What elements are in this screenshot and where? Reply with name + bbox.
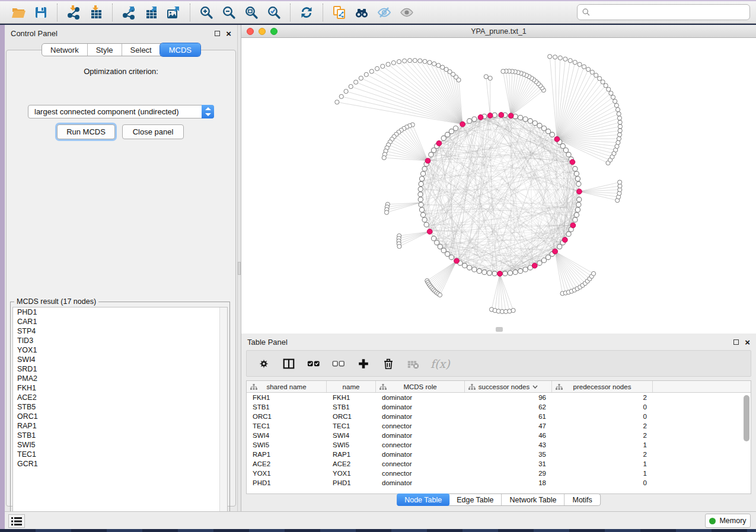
zoom-selected-button[interactable]: [265, 4, 283, 21]
mcds-result-item[interactable]: ACE2: [13, 393, 227, 402]
export-image-button[interactable]: [165, 4, 183, 21]
mcds-result-item[interactable]: ORC1: [13, 412, 227, 421]
float-table-panel-icon[interactable]: [733, 339, 739, 345]
network-view-window: YPA_prune.txt_1: [241, 25, 756, 334]
tab-network[interactable]: Network: [42, 44, 88, 56]
mcds-list-scrollbar[interactable]: [219, 307, 227, 519]
column-header-successor-nodes[interactable]: successor nodes: [465, 381, 552, 392]
table-row[interactable]: SWI5SWI5connector431: [247, 440, 751, 450]
memory-label: Memory: [719, 517, 746, 525]
tab-mcds[interactable]: MCDS: [160, 43, 200, 56]
mcds-result-item[interactable]: STB5: [13, 402, 227, 412]
canvas-scrollbar-thumb[interactable]: [496, 327, 503, 332]
mcds-node[interactable]: [562, 237, 567, 242]
mcds-node[interactable]: [508, 113, 513, 118]
zoom-in-button[interactable]: [197, 4, 215, 21]
mcds-node[interactable]: [553, 249, 558, 254]
close-panel-icon[interactable]: ×: [226, 31, 231, 36]
table-scrollbar[interactable]: [742, 393, 750, 493]
mcds-node[interactable]: [487, 113, 493, 118]
tab-motifs[interactable]: Motifs: [564, 494, 599, 505]
mcds-node[interactable]: [577, 189, 582, 194]
float-panel-icon[interactable]: [215, 31, 220, 36]
mcds-result-item[interactable]: GCR1: [13, 459, 227, 469]
mcds-node[interactable]: [454, 258, 460, 264]
memory-button[interactable]: Memory: [705, 514, 751, 528]
gear-icon[interactable]: [256, 356, 272, 371]
split-panel-icon[interactable]: [281, 356, 296, 371]
table-row[interactable]: FKH1FKH1dominator962: [247, 393, 751, 402]
table-row[interactable]: ACE2ACE2connector311: [247, 459, 751, 469]
import-table-button[interactable]: [87, 4, 105, 21]
mcds-result-item[interactable]: RAP1: [13, 421, 227, 431]
mcds-result-item[interactable]: TID3: [13, 336, 227, 345]
network-canvas[interactable]: [241, 38, 756, 333]
column-header-MCDS-role[interactable]: MCDS role: [376, 381, 465, 392]
run-mcds-button[interactable]: Run MCDS: [57, 124, 115, 139]
clear-checkboxes-icon[interactable]: [331, 356, 346, 371]
mcds-result-item[interactable]: TEC1: [13, 450, 227, 459]
mcds-result-item[interactable]: STB1: [13, 431, 227, 440]
criterion-dropdown[interactable]: largest connected component (undirected): [28, 105, 214, 118]
table-row[interactable]: PHD1PHD1dominator180: [247, 478, 751, 488]
column-header-predecessor-nodes[interactable]: predecessor nodes: [552, 381, 653, 392]
mcds-node[interactable]: [425, 158, 430, 164]
mcds-result-item[interactable]: YOX1: [13, 345, 227, 355]
table-row[interactable]: SWI4SWI4dominator462: [247, 431, 751, 440]
tab-edge-table[interactable]: Edge Table: [449, 494, 502, 505]
table-row[interactable]: YOX1YOX1connector291: [247, 469, 751, 478]
mcds-result-item[interactable]: SWI4: [13, 355, 227, 364]
import-network-button[interactable]: [65, 4, 82, 21]
mcds-result-item[interactable]: FKH1: [13, 383, 227, 393]
mcds-node[interactable]: [460, 121, 465, 127]
delete-column-icon[interactable]: [381, 356, 396, 371]
table-row[interactable]: ORC1ORC1dominator610: [247, 412, 751, 421]
table-row[interactable]: TEC1TEC1connector472: [247, 421, 751, 431]
select-all-checkboxes-icon[interactable]: [306, 356, 321, 371]
column-header-shared-name[interactable]: shared name: [247, 381, 327, 392]
open-file-button[interactable]: [9, 4, 27, 21]
show-all-eye-button[interactable]: [398, 4, 416, 21]
network-window-titlebar[interactable]: YPA_prune.txt_1: [241, 25, 756, 38]
mcds-result-item[interactable]: PMA2: [13, 374, 227, 383]
mcds-node[interactable]: [497, 271, 503, 277]
mcds-result-item[interactable]: STP4: [13, 326, 227, 336]
export-table-button[interactable]: [142, 4, 160, 21]
mcds-node[interactable]: [570, 223, 576, 228]
add-column-icon[interactable]: [356, 356, 371, 371]
mcds-node[interactable]: [478, 115, 483, 120]
tab-select[interactable]: Select: [122, 44, 161, 56]
mcds-result-item[interactable]: SRD1: [13, 364, 227, 374]
binoculars-search-button[interactable]: [353, 4, 371, 21]
column-header-name[interactable]: name: [327, 381, 376, 392]
mcds-result-item[interactable]: CAR1: [13, 317, 227, 326]
mcds-result-list[interactable]: PHD1CAR1STP4TID3YOX1SWI4SRD1PMA2FKH1ACE2…: [12, 307, 228, 520]
table-scrollbar-thumb[interactable]: [744, 395, 749, 441]
mcds-node[interactable]: [532, 263, 537, 268]
tab-style[interactable]: Style: [88, 44, 122, 56]
mcds-node[interactable]: [570, 159, 575, 165]
duplicate-network-button[interactable]: [330, 4, 348, 21]
table-row[interactable]: RAP1RAP1dominator352: [247, 450, 751, 459]
search-input[interactable]: [577, 4, 750, 20]
close-table-panel-icon[interactable]: ×: [745, 339, 750, 345]
vertical-splitter[interactable]: [237, 25, 241, 511]
refresh-view-button[interactable]: [298, 4, 315, 21]
mcds-result-item[interactable]: SWI5: [13, 440, 227, 450]
mcds-result-item[interactable]: PHD1: [13, 307, 227, 317]
export-network-button[interactable]: [120, 4, 138, 21]
task-history-button[interactable]: [8, 514, 25, 528]
zoom-out-button[interactable]: [220, 4, 238, 21]
hide-selected-eye-button[interactable]: [375, 4, 393, 21]
tab-node-table[interactable]: Node Table: [397, 493, 449, 506]
mcds-node[interactable]: [499, 113, 504, 118]
mcds-node[interactable]: [427, 229, 432, 235]
close-panel-button[interactable]: Close panel: [122, 124, 184, 139]
mcds-node[interactable]: [554, 137, 560, 142]
save-session-button[interactable]: [32, 4, 50, 21]
mcds-node[interactable]: [436, 140, 442, 146]
zoom-fit-button[interactable]: [243, 4, 260, 21]
tab-network-table[interactable]: Network Table: [502, 494, 565, 505]
table-row[interactable]: STB1STB1dominator620: [247, 402, 751, 412]
splitter-handle[interactable]: [238, 262, 241, 275]
